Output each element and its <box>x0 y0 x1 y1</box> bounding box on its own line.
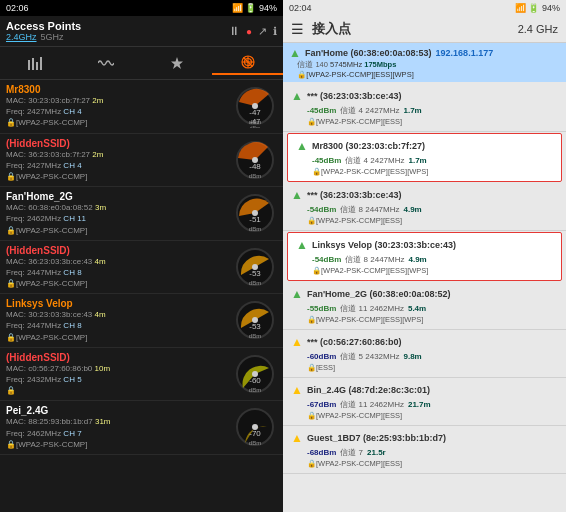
ap-name: (HiddenSSID) <box>6 245 233 256</box>
ap-row: -60dBm 信道 5 2432MHz 9.8m <box>291 351 558 362</box>
ap-item[interactable]: (HiddenSSID) MAC: c0:56:27:60:86:b0 10m … <box>0 348 283 402</box>
right-ap-item-highlighted[interactable]: ▲ Mr8300 (30:23:03:cb:7f:27) -45dBm 信道 4… <box>287 133 562 182</box>
speed-value: 5.4m <box>408 304 426 313</box>
svg-rect-3 <box>40 57 42 70</box>
left-panel: 02:06 📶 🔋 94% Access Points 2.4GHz 5GHz … <box>0 0 283 512</box>
ap-name: Pei_2.4G <box>6 405 233 416</box>
speed-value: 9.8m <box>403 352 421 361</box>
battery-left: 📶 🔋 94% <box>232 3 277 13</box>
channel-info: 信道 4 2427MHz <box>345 155 404 166</box>
status-bar-right: 02:04 📶 🔋 94% <box>283 0 566 16</box>
ap-header: ▲ Bin_2.4G (48:7d:2e:8c:3c:01) <box>291 383 558 397</box>
right-ap-item[interactable]: ▲ Guest_1BD7 (8e:25:93:bb:1b:d7) -68dBm … <box>283 426 566 474</box>
ap-gauge: -53 dBm <box>233 245 277 289</box>
fanhome-name: Fan'Home (60:38:e0:0a:08:53) <box>305 48 432 58</box>
ap-detail: MAC: 60:38:e0:0a:08:52 3m Freq: 2462MHz … <box>6 202 233 236</box>
ap-name: Linksys Velop (30:23:03:3b:ce:43) <box>312 240 553 250</box>
wifi-icon: ▲ <box>291 287 303 301</box>
signal-value: -54dBm <box>312 255 341 264</box>
ap-security: 🔒[WPA2-PSK-CCMP][ESS] <box>291 459 558 468</box>
time-right: 02:04 <box>289 3 312 13</box>
ap-item[interactable]: Fan'Home_2G MAC: 60:38:e0:0a:08:52 3m Fr… <box>0 187 283 241</box>
ap-item[interactable]: Linksys Velop MAC: 30:23:03:3b:ce:43 4m … <box>0 294 283 348</box>
ap-detail: MAC: 36:23:03:3b:ce:43 4m Freq: 2447MHz … <box>6 256 233 290</box>
speed-value: 4.9m <box>408 255 426 264</box>
record-icon[interactable]: ● <box>246 26 252 37</box>
fanhome-security: 🔒[WPA2-PSK-CCMP][ESS][WPS] <box>289 70 560 79</box>
signal-value: -67dBm <box>307 400 336 409</box>
fanhome-header[interactable]: ▲ Fan'Home (60:38:e0:0a:08:53) 192.168.1… <box>283 43 566 82</box>
wifi-icon: ▲ <box>291 383 303 397</box>
ap-detail: MAC: 30:23:03:cb:7f:27 2m Freq: 2427MHz … <box>6 95 233 129</box>
wifi-icon: ▲ <box>291 335 303 349</box>
ap-security: 🔒[WPA2-PSK-CCMP][ESS][WPS] <box>291 315 558 324</box>
channel-info: 信道 11 2462MHz <box>340 399 404 410</box>
svg-rect-1 <box>32 58 34 70</box>
speed-value: 21.7m <box>408 400 431 409</box>
ap-info: Mr8300 MAC: 30:23:03:cb:7f:27 2m Freq: 2… <box>6 84 233 129</box>
right-ap-item-highlighted[interactable]: ▲ Linksys Velop (30:23:03:3b:ce:43) -54d… <box>287 232 562 281</box>
right-ap-item[interactable]: ▲ Fan'Home_2G (60:38:e0:0a:08:52) -55dBm… <box>283 282 566 330</box>
ap-row: -54dBm 信道 8 2447MHz 4.9m <box>296 254 553 265</box>
wifi-icon: ▲ <box>296 139 308 153</box>
svg-rect-2 <box>36 62 38 70</box>
battery-right: 📶 🔋 94% <box>515 3 560 13</box>
right-panel: 02:04 📶 🔋 94% ☰ 接入点 2.4 GHz ▲ Fan'Home (… <box>283 0 566 512</box>
signal-value: -68dBm <box>307 448 336 457</box>
ap-row: -68dBm 信道 7 21.5r <box>291 447 558 458</box>
signal-value: -54dBm <box>307 205 336 214</box>
ap-list: Mr8300 MAC: 30:23:03:cb:7f:27 2m Freq: 2… <box>0 80 283 512</box>
wifi-icon: ▲ <box>291 188 303 202</box>
ap-name: *** (36:23:03:3b:ce:43) <box>307 91 558 101</box>
tab-radar[interactable] <box>212 51 283 75</box>
ap-info: (HiddenSSID) MAC: 36:23:03:cb:7f:27 2m F… <box>6 138 233 183</box>
ap-security: 🔒[WPA2-PSK-CCMP][ESS] <box>291 216 558 225</box>
tab-bar-chart[interactable] <box>0 51 71 75</box>
freq-tab-5g[interactable]: 5GHz <box>41 32 64 42</box>
right-ap-item[interactable]: ▲ *** (36:23:03:3b:ce:43) -54dBm 信道 8 24… <box>283 183 566 231</box>
signal-icons-left: 📶 🔋 <box>232 3 257 13</box>
ap-item[interactable]: Mr8300 MAC: 30:23:03:cb:7f:27 2m Freq: 2… <box>0 80 283 134</box>
freq-indicator: 2.4 GHz <box>518 23 558 35</box>
freq-tab-2g[interactable]: 2.4GHz <box>6 32 37 42</box>
ap-row: -54dBm 信道 8 2447MHz 4.9m <box>291 204 558 215</box>
ap-name: (HiddenSSID) <box>6 138 233 149</box>
ap-item[interactable]: (HiddenSSID) MAC: 36:23:03:3b:ce:43 4m F… <box>0 241 283 295</box>
right-ap-item[interactable]: ▲ *** (c0:56:27:60:86:b0) -60dBm 信道 5 24… <box>283 330 566 378</box>
top-bar-right: ☰ 接入点 2.4 GHz <box>283 16 566 43</box>
right-ap-item[interactable]: ▲ *** (36:23:03:3b:ce:43) -45dBm 信道 4 24… <box>283 84 566 132</box>
ap-security: 🔒[WPA2-PSK-CCMP][ESS] <box>291 117 558 126</box>
pause-icon[interactable]: ⏸ <box>228 24 240 38</box>
share-icon[interactable]: ↗ <box>258 25 267 38</box>
channel-info: 信道 8 2447MHz <box>345 254 404 265</box>
ap-name: Linksys Velop <box>6 298 233 309</box>
top-icons: ⏸ ● ↗ ℹ <box>228 24 277 38</box>
ap-item[interactable]: (HiddenSSID) MAC: 36:23:03:cb:7f:27 2m F… <box>0 134 283 188</box>
ap-security: 🔒[WPA2-PSK-CCMP][ESS][WPS] <box>296 266 553 275</box>
ap-row: -55dBm 信道 11 2462MHz 5.4m <box>291 303 558 314</box>
right-ap-item[interactable]: ▲ Bin_2.4G (48:7d:2e:8c:3c:01) -67dBm 信道… <box>283 378 566 426</box>
ap-gauge: -60 dBm <box>233 352 277 396</box>
fanhome-ip: 192.168.1.177 <box>436 48 494 58</box>
wifi-icon: ▲ <box>291 431 303 445</box>
gauge-value: -60 dBm <box>233 382 277 394</box>
ap-item[interactable]: Pei_2.4G MAC: 88:25:93:bb:1b:d7 31m Freq… <box>0 401 283 455</box>
speed-value: 1.7m <box>408 156 426 165</box>
ap-info: (HiddenSSID) MAC: c0:56:27:60:86:b0 10m … <box>6 352 233 397</box>
wifi-icon: ▲ <box>291 89 303 103</box>
svg-rect-0 <box>28 60 30 70</box>
time-left: 02:06 <box>6 3 29 13</box>
gauge-value: -48 dBm <box>233 168 277 180</box>
tab-wave[interactable] <box>71 51 142 75</box>
signal-value: -45dBm <box>312 156 341 165</box>
ap-security: 🔒[WPA2-PSK-CCMP][ESS] <box>291 411 558 420</box>
ap-security: 🔒[ESS] <box>291 363 558 372</box>
tab-star[interactable] <box>142 51 213 75</box>
ap-gauge: -53 dBm <box>233 298 277 342</box>
ap-info: Linksys Velop MAC: 30:23:03:3b:ce:43 4m … <box>6 298 233 343</box>
page-title: Access Points <box>6 20 81 32</box>
hamburger-icon[interactable]: ☰ <box>291 21 304 37</box>
ap-header: ▲ Mr8300 (30:23:03:cb:7f:27) <box>296 139 553 153</box>
ap-row: -45dBm 信道 4 2427MHz 1.7m <box>296 155 553 166</box>
info-icon[interactable]: ℹ <box>273 25 277 38</box>
